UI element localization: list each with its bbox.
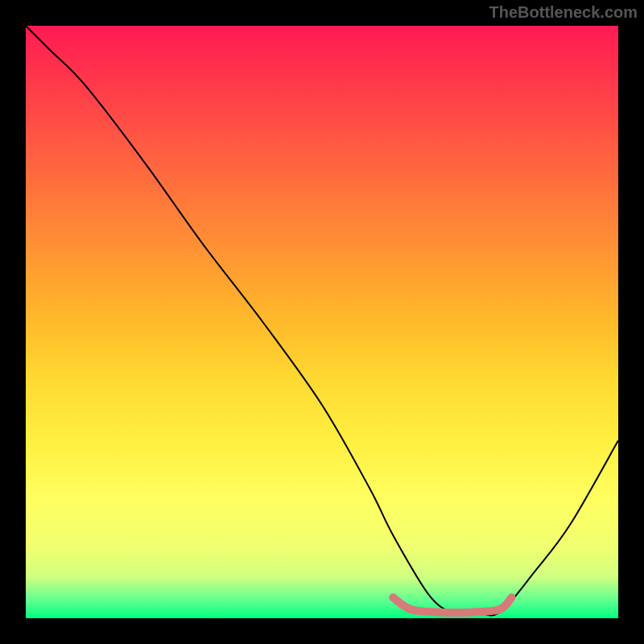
bottleneck-curve xyxy=(26,26,618,615)
watermark-text: TheBottleneck.com xyxy=(489,3,638,22)
curve-svg xyxy=(26,26,618,618)
plot-area xyxy=(26,26,618,618)
optimal-highlight xyxy=(393,597,511,613)
